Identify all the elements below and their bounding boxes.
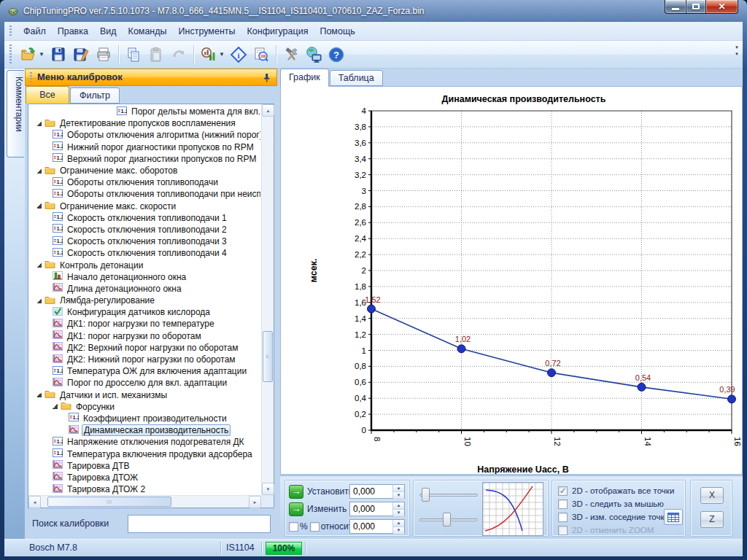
smooth-slider-1[interactable] [419,488,478,502]
tree-item[interactable]: 1.2Коэффициент производительности [29,413,260,424]
tree-item[interactable]: 1.2Обороты отключения топливоподачи [29,176,260,188]
expand-triangle-icon[interactable] [36,121,42,126]
toolbar-overflow-button[interactable]: ▾▾ [732,44,741,64]
spin-up-icon[interactable]: ▲ [393,502,404,510]
save-as-button[interactable] [70,44,92,66]
tree-folder[interactable]: Форсунки [29,401,260,413]
tree-item[interactable]: 1.2Обороты отключения алгоритма (нижний … [29,129,260,141]
tree-item[interactable]: 1.2Температура включения продувки адсорб… [29,448,260,459]
expand-triangle-icon[interactable] [36,298,42,303]
apply-set-button[interactable]: → [289,485,303,499]
tree-item[interactable]: ДК2: Нижний порог нагрузки по оборотам [29,354,260,365]
set-value-input[interactable] [350,485,392,498]
tree-item[interactable]: Начало детонационного окна [29,271,260,283]
expand-triangle-icon[interactable] [53,404,58,409]
checkbox[interactable] [558,513,568,522]
menu-Команды[interactable]: Команды [123,23,173,39]
menu-Конфигурация[interactable]: Конфигурация [241,23,314,39]
spin-up-icon[interactable]: ▲ [393,520,404,527]
tree-item[interactable]: 1.2Скорость отключения топливоподачи 3 [29,236,260,247]
menu-Правка[interactable]: Правка [52,23,94,39]
expand-triangle-icon[interactable] [36,168,42,174]
tree-item[interactable]: 1.2Верхний порог диагностики пропусков п… [29,153,260,165]
axis-z-button[interactable]: Z [700,511,724,528]
percent-checkbox[interactable] [289,522,298,532]
panel-grip[interactable] [30,72,32,82]
expand-triangle-icon[interactable] [36,203,42,209]
scroll-up-button[interactable]: ▲ [262,104,274,117]
dropdown-caret-icon[interactable]: ▼ [219,51,225,58]
print-button[interactable] [93,44,115,66]
undo-button[interactable] [168,44,190,66]
expand-triangle-icon[interactable] [36,262,42,268]
smooth-slider-2[interactable] [419,513,478,526]
tree-folder[interactable]: Ограничение макс. оборотов [29,165,260,176]
chart-zoom-button[interactable] [198,44,220,66]
horizontal-scroll-thumb[interactable]: ||| [47,497,171,507]
tree-item[interactable]: ДК2: Верхний порог нагрузки по оборотам [29,342,260,354]
tree-item[interactable]: Тарировка ДТОЖ 2 [29,483,260,494]
tree-item[interactable]: 1.2Скорость отключения топливоподачи 2 [29,224,260,236]
tree-folder[interactable]: Датчики и исп. механизмы [29,389,260,401]
menu-Помощь[interactable]: Помощь [314,23,360,39]
tree-horizontal-scrollbar[interactable]: ◄ ||| ► [28,495,261,508]
slider-thumb[interactable] [422,488,430,502]
tree-item[interactable]: Динамическая производительность [29,424,260,436]
help-button[interactable]: ? [325,44,347,66]
main-tab-Таблица[interactable]: Таблица [330,70,383,86]
tree-vertical-scrollbar[interactable]: ▲ ≡ ▼ [261,104,274,495]
preview-button[interactable]: 100 [250,44,272,66]
copy-button[interactable] [123,44,144,66]
sidebar-tab-Фильтр[interactable]: Фильтр [70,88,120,104]
web-button[interactable] [303,44,325,66]
checkbox[interactable] [558,526,568,535]
spin-down-icon[interactable]: ▼ [393,492,404,499]
calibration-search-input[interactable] [128,515,271,533]
spin-down-icon[interactable]: ▼ [393,527,404,534]
axis-x-button[interactable]: X [700,487,724,504]
tree-item[interactable]: Порог по дросселю для вкл. адаптации [29,377,260,389]
tree-folder[interactable]: Контроль детонации [29,259,260,271]
tree-item[interactable]: 1.2Обороты отключения топливоподачи при … [29,188,260,200]
paste-button[interactable] [145,44,167,66]
menu-Вид[interactable]: Вид [94,23,123,39]
tree-item[interactable]: 1.2Температура ОЖ для включения адаптаци… [29,365,260,377]
checkbox[interactable]: ✓ [558,486,568,496]
relative-checkbox[interactable] [310,522,320,532]
grid-table-button[interactable] [664,509,683,525]
open-button[interactable] [18,44,39,66]
scroll-left-button[interactable]: ◄ [28,496,41,508]
tree-folder[interactable]: Лямбда-регулирование [29,295,260,306]
spin-down-icon[interactable]: ▼ [393,510,404,517]
scroll-down-button[interactable]: ▼ [262,483,274,495]
menu-grip[interactable] [9,26,12,36]
dropdown-caret-icon[interactable]: ▼ [39,51,44,58]
change-value-input[interactable] [350,502,392,516]
vertical-scroll-thumb[interactable]: ≡ [263,331,273,382]
tree-item[interactable]: 1.2Скорость отключения топливоподачи 4 [29,247,260,259]
slider-thumb[interactable] [443,513,451,526]
tree-item[interactable]: 1.2Скорость отключения топливоподачи 1 [29,212,260,224]
tree-item[interactable]: Длина детонационного окна [29,283,260,295]
tree-folder[interactable]: Детектирование пропусков воспламенения [29,117,260,129]
tree-item[interactable]: ДК1: порог нагрузки по оборотам [29,330,260,342]
tree-item[interactable]: Тарировка ДТОЖ [29,472,260,483]
tree-item[interactable]: Конфигурация датчиков кислорода [29,306,260,318]
sidebar-tab-Все[interactable]: Все [26,86,69,104]
menu-Файл[interactable]: Файл [18,23,52,39]
checkbox[interactable] [558,499,568,509]
info-button[interactable]: i [228,44,249,66]
tree-item[interactable]: 1.2Нижний порог диагностики пропусков по… [29,141,260,153]
tree-item[interactable]: ДК1: порог нагрузки по температуре [29,318,260,330]
spin-up-icon[interactable]: ▲ [393,485,404,492]
toolbar-grip[interactable] [9,44,12,64]
menu-Инструменты[interactable]: Инструменты [173,23,241,39]
comments-tab[interactable]: Комментарии [7,70,24,158]
close-button[interactable]: ✕ [706,0,738,14]
minimize-button[interactable] [665,0,686,14]
apply-change-button[interactable]: → [289,502,303,516]
scroll-right-button[interactable]: ► [249,496,261,508]
tree-folder[interactable]: Ограничение макс. скорости [29,201,260,212]
main-tab-График[interactable]: График [280,69,329,87]
tools-button[interactable] [280,44,302,66]
